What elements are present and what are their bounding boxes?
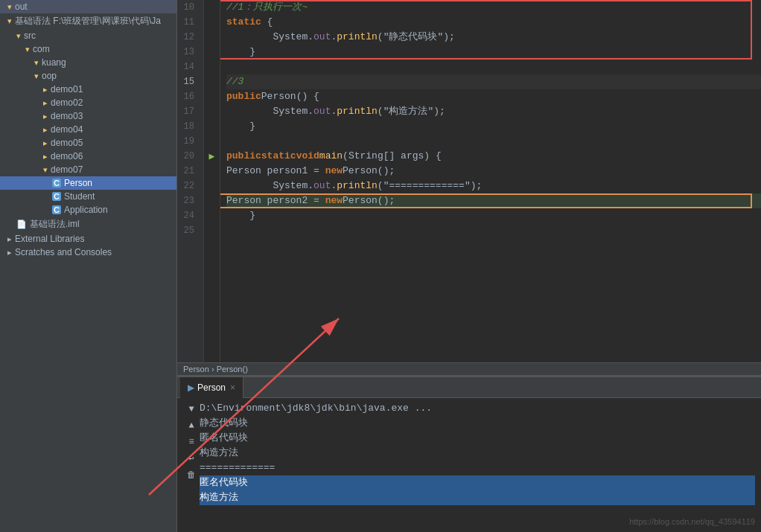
line-number-23: 23 bbox=[177, 193, 199, 208]
line-number-25: 25 bbox=[177, 223, 199, 238]
folder-icon: ▸ bbox=[43, 138, 48, 148]
tree-item-label: Person bbox=[64, 178, 92, 188]
demo03-folder[interactable]: ▸demo03 bbox=[0, 109, 176, 123]
java-file-icon: C bbox=[52, 192, 61, 201]
gutter-10 bbox=[204, 0, 220, 15]
tree-item-label: demo06 bbox=[51, 151, 83, 161]
java-file-icon: C bbox=[52, 179, 61, 188]
close-tab-icon[interactable]: × bbox=[230, 382, 235, 393]
demo02-folder[interactable]: ▸demo02 bbox=[0, 96, 176, 109]
code-line-21[interactable]: Person person1 = new Person(); bbox=[226, 164, 761, 179]
gutter-22 bbox=[204, 179, 220, 193]
root-folder[interactable]: ▾基础语法 F:\班级管理\网课班\代码\Ja bbox=[0, 13, 176, 29]
line-number-13: 13 bbox=[177, 45, 199, 60]
folder-icon: ▸ bbox=[43, 98, 48, 108]
demo07-folder[interactable]: ▾demo07 bbox=[0, 163, 176, 176]
tree-item-label: demo05 bbox=[51, 138, 83, 148]
tree-item-label: demo03 bbox=[51, 111, 83, 121]
run-gutter-icon[interactable]: ▶ bbox=[209, 150, 215, 162]
java-file-icon: C bbox=[52, 205, 61, 214]
terminal-btn-2[interactable]: ≡ bbox=[185, 435, 198, 449]
code-line-13[interactable]: } bbox=[226, 45, 761, 60]
tree-item-label: External Libraries bbox=[15, 234, 84, 244]
tree-item-label: demo01 bbox=[51, 84, 83, 94]
code-editor: 10111213141516171819202122232425 ▶ //1：只… bbox=[177, 0, 761, 376]
terminal-btn-0[interactable]: ▼ bbox=[185, 403, 198, 416]
line-number-22: 22 bbox=[177, 179, 199, 193]
output-line-4: ============= bbox=[200, 461, 755, 475]
tree-item-label: kuang bbox=[42, 57, 66, 68]
code-lines[interactable]: //1：只执行一次~ static { System.out.println("… bbox=[220, 0, 761, 362]
terminal-output: D:\Environment\jdk8\jdk\bin\java.exe ...… bbox=[200, 401, 755, 529]
tree-item-label: Application bbox=[64, 205, 108, 215]
output-line-1: 静态代码块 bbox=[200, 416, 755, 431]
code-line-10[interactable]: //1：只执行一次~ bbox=[226, 0, 761, 15]
code-line-22[interactable]: System.out.println("============="); bbox=[226, 179, 761, 193]
folder-icon: ▾ bbox=[25, 45, 30, 54]
code-line-17[interactable]: System.out.println("构造方法"); bbox=[226, 104, 761, 119]
student-file[interactable]: CStudent bbox=[0, 190, 176, 203]
terminal-tab-person[interactable]: ▶ Person × bbox=[180, 377, 243, 398]
gutter-23 bbox=[204, 193, 220, 208]
demo06-folder[interactable]: ▸demo06 bbox=[0, 150, 176, 163]
gutter-12 bbox=[204, 30, 220, 45]
code-line-12[interactable]: System.out.println("静态代码块"); bbox=[226, 30, 761, 45]
terminal-tabs: ▶ Person × bbox=[177, 377, 761, 398]
terminal-sidebar: ▼▲≡↩🗑 bbox=[183, 401, 200, 529]
gutter-13 bbox=[204, 45, 220, 60]
folder-icon: ▾ bbox=[34, 71, 39, 81]
gutter-20: ▶ bbox=[204, 149, 220, 164]
demo05-folder[interactable]: ▸demo05 bbox=[0, 136, 176, 150]
code-line-24[interactable]: } bbox=[226, 208, 761, 223]
gutter-16 bbox=[204, 89, 220, 104]
watermark: https://blog.csdn.net/qq_43594119 bbox=[629, 517, 755, 526]
ext-icon: ▸ bbox=[7, 234, 12, 244]
iml-file[interactable]: 📄基础语法.iml bbox=[0, 217, 176, 232]
out-folder[interactable]: ▾out bbox=[0, 0, 176, 13]
gutter-17 bbox=[204, 104, 220, 119]
tree-item-label: demo02 bbox=[51, 97, 83, 108]
demo04-folder[interactable]: ▸demo04 bbox=[0, 123, 176, 136]
tree-item-label: com bbox=[33, 44, 50, 54]
folder-icon: ▾ bbox=[16, 31, 21, 41]
code-area: 10111213141516171819202122232425 ▶ //1：只… bbox=[177, 0, 761, 362]
tree-item-label: 基础语法.iml bbox=[30, 218, 80, 231]
code-line-14[interactable] bbox=[226, 60, 761, 74]
line-number-19: 19 bbox=[177, 134, 199, 149]
demo01-folder[interactable]: ▸demo01 bbox=[0, 83, 176, 96]
terminal-content: ▼▲≡↩🗑 D:\Environment\jdk8\jdk\bin\java.e… bbox=[177, 398, 761, 532]
com-folder[interactable]: ▾com bbox=[0, 42, 176, 56]
folder-icon: ▾ bbox=[7, 16, 12, 26]
gutter-14 bbox=[204, 60, 220, 74]
oop-folder[interactable]: ▾oop bbox=[0, 69, 176, 83]
tree-item-label: Student bbox=[64, 191, 95, 202]
tree-item-label: src bbox=[24, 31, 36, 41]
gutter-24 bbox=[204, 208, 220, 223]
line-number-17: 17 bbox=[177, 104, 199, 119]
file-icon: 📄 bbox=[16, 219, 27, 229]
external-libraries[interactable]: ▸External Libraries bbox=[0, 232, 176, 246]
src-folder[interactable]: ▾src bbox=[0, 29, 176, 42]
code-line-20[interactable]: public static void main(String[] args) { bbox=[226, 149, 761, 164]
terminal-btn-1[interactable]: ▲ bbox=[185, 419, 198, 432]
application-file[interactable]: CApplication bbox=[0, 203, 176, 217]
kuang-folder[interactable]: ▾kuang bbox=[0, 56, 176, 69]
folder-icon: ▸ bbox=[43, 112, 48, 121]
terminal-btn-3[interactable]: ↩ bbox=[185, 452, 198, 465]
code-line-23[interactable]: Person person2 = new Person(); bbox=[226, 193, 761, 208]
folder-icon: ▾ bbox=[34, 58, 39, 68]
line-number-24: 24 bbox=[177, 208, 199, 223]
code-line-19[interactable] bbox=[226, 134, 761, 149]
code-line-16[interactable]: public Person() { bbox=[226, 89, 761, 104]
folder-icon: ▾ bbox=[7, 2, 12, 12]
terminal-btn-4[interactable]: 🗑 bbox=[185, 468, 198, 481]
code-line-11[interactable]: static { bbox=[226, 15, 761, 30]
scratches-consoles[interactable]: ▸Scratches and Consoles bbox=[0, 246, 176, 259]
person-file[interactable]: CPerson bbox=[0, 176, 176, 190]
code-line-18[interactable]: } bbox=[226, 119, 761, 134]
code-line-25[interactable] bbox=[226, 223, 761, 238]
output-line-5: 匿名代码块 bbox=[200, 475, 755, 490]
file-tree[interactable]: ▾out▾基础语法 F:\班级管理\网课班\代码\Ja▾src▾com▾kuan… bbox=[0, 0, 177, 532]
gutter-18 bbox=[204, 119, 220, 134]
code-line-15[interactable]: //3 bbox=[226, 74, 761, 89]
